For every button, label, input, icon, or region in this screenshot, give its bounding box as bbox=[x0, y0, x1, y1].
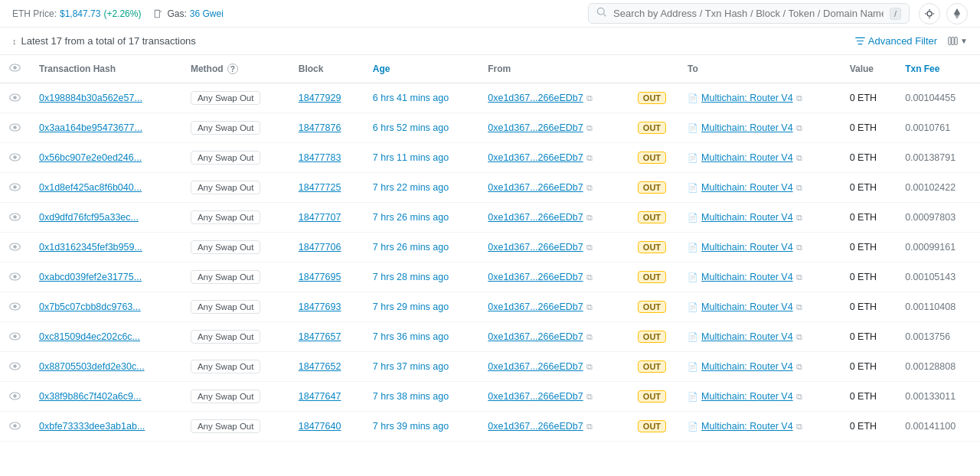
block-link[interactable]: 18477707 bbox=[299, 212, 341, 223]
tx-hash-link[interactable]: 0xabcd039fef2e31775... bbox=[39, 272, 142, 282]
to-address-link[interactable]: Multichain: Router V4 bbox=[701, 302, 793, 312]
column-filter-dropdown[interactable]: ▼ bbox=[948, 36, 968, 46]
row-eye-icon[interactable] bbox=[9, 93, 21, 104]
row-eye-icon[interactable] bbox=[9, 212, 21, 223]
col-direction bbox=[629, 55, 678, 83]
block-link[interactable]: 18477876 bbox=[299, 122, 341, 133]
tx-fee: 0.0010761 bbox=[905, 122, 950, 133]
copy-from-icon[interactable]: ⧉ bbox=[586, 93, 593, 103]
copy-to-icon[interactable]: ⧉ bbox=[796, 302, 802, 312]
row-eye-icon[interactable] bbox=[9, 152, 21, 164]
copy-to-icon[interactable]: ⧉ bbox=[796, 123, 802, 133]
from-address-link[interactable]: 0xe1d367...266eEDb7 bbox=[488, 212, 583, 223]
tx-hash-link[interactable]: 0xc81509d4ec202c6c... bbox=[39, 331, 140, 342]
copy-from-icon[interactable]: ⧉ bbox=[586, 272, 593, 282]
from-address-link[interactable]: 0xe1d367...266eEDb7 bbox=[488, 331, 583, 342]
from-address-link[interactable]: 0xe1d367...266eEDb7 bbox=[488, 122, 583, 133]
from-address-link[interactable]: 0xe1d367...266eEDb7 bbox=[488, 391, 583, 402]
tx-hash-link[interactable]: 0x56bc907e2e0ed246... bbox=[39, 152, 142, 163]
block-link[interactable]: 18477706 bbox=[299, 242, 341, 253]
row-eye-icon[interactable] bbox=[9, 302, 21, 313]
from-address-link[interactable]: 0xe1d367...266eEDb7 bbox=[488, 361, 583, 372]
copy-from-icon[interactable]: ⧉ bbox=[586, 362, 593, 372]
from-address-link[interactable]: 0xe1d367...266eEDb7 bbox=[488, 302, 583, 312]
block-link[interactable]: 18477657 bbox=[299, 331, 341, 342]
copy-from-icon[interactable]: ⧉ bbox=[586, 153, 593, 163]
copy-from-icon[interactable]: ⧉ bbox=[586, 332, 593, 342]
to-address-link[interactable]: Multichain: Router V4 bbox=[701, 122, 793, 133]
copy-to-icon[interactable]: ⧉ bbox=[796, 422, 802, 432]
copy-from-icon[interactable]: ⧉ bbox=[586, 183, 593, 193]
copy-to-icon[interactable]: ⧉ bbox=[796, 93, 802, 103]
block-link[interactable]: 18477647 bbox=[299, 391, 341, 402]
tx-hash-cell: 0x3aa164be95473677... bbox=[30, 113, 181, 143]
tx-hash-link[interactable]: 0xbfe73333dee3ab1ab... bbox=[39, 421, 145, 432]
block-link[interactable]: 18477725 bbox=[299, 182, 341, 193]
tx-hash-link[interactable]: 0x198884b30a562e57... bbox=[39, 93, 142, 103]
block-link[interactable]: 18477695 bbox=[299, 272, 341, 282]
tx-hash-link[interactable]: 0xd9dfd76fcf95a33ec... bbox=[39, 212, 139, 223]
copy-from-icon[interactable]: ⧉ bbox=[586, 213, 593, 223]
value-cell: 0 ETH bbox=[841, 352, 896, 382]
direction-badge: OUT bbox=[638, 360, 666, 373]
to-address-link[interactable]: Multichain: Router V4 bbox=[701, 331, 793, 342]
tx-hash-link[interactable]: 0x1d3162345fef3b959... bbox=[39, 242, 142, 253]
row-eye-icon[interactable] bbox=[9, 421, 21, 432]
direction-badge: OUT bbox=[638, 241, 666, 253]
direction-badge: OUT bbox=[638, 271, 666, 283]
block-link[interactable]: 18477929 bbox=[299, 93, 341, 103]
from-address-link[interactable]: 0xe1d367...266eEDb7 bbox=[488, 242, 583, 253]
copy-from-icon[interactable]: ⧉ bbox=[586, 302, 593, 312]
to-address-link[interactable]: Multichain: Router V4 bbox=[701, 182, 793, 193]
to-address-link[interactable]: Multichain: Router V4 bbox=[701, 152, 793, 163]
copy-to-icon[interactable]: ⧉ bbox=[796, 392, 802, 402]
copy-from-icon[interactable]: ⧉ bbox=[586, 392, 593, 402]
row-eye-icon[interactable] bbox=[9, 331, 21, 343]
row-eye-icon[interactable] bbox=[9, 272, 21, 283]
copy-to-icon[interactable]: ⧉ bbox=[796, 183, 802, 193]
search-bar[interactable]: / bbox=[588, 3, 910, 24]
tx-hash-link[interactable]: 0x7b5c07cbb8dc9763... bbox=[39, 302, 141, 312]
search-input[interactable] bbox=[613, 8, 884, 19]
block-link[interactable]: 18477783 bbox=[299, 152, 341, 163]
row-eye-icon[interactable] bbox=[9, 122, 21, 134]
block-link[interactable]: 18477693 bbox=[299, 302, 341, 312]
row-eye-icon[interactable] bbox=[9, 391, 21, 403]
to-address-link[interactable]: Multichain: Router V4 bbox=[701, 361, 793, 372]
copy-to-icon[interactable]: ⧉ bbox=[796, 362, 802, 372]
tx-hash-link[interactable]: 0x1d8ef425ac8f6b040... bbox=[39, 182, 142, 193]
from-address-link[interactable]: 0xe1d367...266eEDb7 bbox=[488, 272, 583, 282]
method-help-icon[interactable]: ? bbox=[227, 64, 238, 74]
to-address-link[interactable]: Multichain: Router V4 bbox=[701, 421, 793, 432]
copy-to-icon[interactable]: ⧉ bbox=[796, 272, 802, 282]
to-address-link[interactable]: Multichain: Router V4 bbox=[701, 272, 793, 282]
block-link[interactable]: 18477640 bbox=[299, 421, 341, 432]
copy-from-icon[interactable]: ⧉ bbox=[586, 243, 593, 253]
col-age[interactable]: Age bbox=[364, 55, 479, 83]
from-address-link[interactable]: 0xe1d367...266eEDb7 bbox=[488, 421, 583, 432]
from-address-link[interactable]: 0xe1d367...266eEDb7 bbox=[488, 93, 583, 103]
copy-to-icon[interactable]: ⧉ bbox=[796, 213, 802, 223]
copy-from-icon[interactable]: ⧉ bbox=[586, 123, 593, 133]
row-eye-icon[interactable] bbox=[9, 182, 21, 194]
to-address-link[interactable]: Multichain: Router V4 bbox=[701, 391, 793, 402]
to-address-link[interactable]: Multichain: Router V4 bbox=[701, 212, 793, 223]
ethereum-icon[interactable] bbox=[946, 3, 968, 24]
copy-to-icon[interactable]: ⧉ bbox=[796, 332, 802, 342]
block-link[interactable]: 18477652 bbox=[299, 361, 341, 372]
from-address-link[interactable]: 0xe1d367...266eEDb7 bbox=[488, 152, 583, 163]
row-eye-icon[interactable] bbox=[9, 242, 21, 253]
theme-toggle-button[interactable] bbox=[919, 3, 940, 24]
copy-to-icon[interactable]: ⧉ bbox=[796, 243, 802, 253]
transaction-summary: Latest 17 from a total of 17 transaction… bbox=[21, 35, 196, 47]
copy-from-icon[interactable]: ⧉ bbox=[586, 422, 593, 432]
to-address-link[interactable]: Multichain: Router V4 bbox=[701, 242, 793, 253]
from-address-link[interactable]: 0xe1d367...266eEDb7 bbox=[488, 182, 583, 193]
to-address-link[interactable]: Multichain: Router V4 bbox=[701, 93, 793, 103]
tx-hash-link[interactable]: 0x3aa164be95473677... bbox=[39, 122, 142, 133]
advanced-filter-button[interactable]: Advanced Filter bbox=[851, 34, 942, 48]
copy-to-icon[interactable]: ⧉ bbox=[796, 153, 802, 163]
row-eye-icon[interactable] bbox=[9, 361, 21, 373]
tx-hash-link[interactable]: 0x88705503defd2e30c... bbox=[39, 361, 145, 372]
tx-hash-link[interactable]: 0x38f9b86c7f402a6c9... bbox=[39, 391, 141, 402]
